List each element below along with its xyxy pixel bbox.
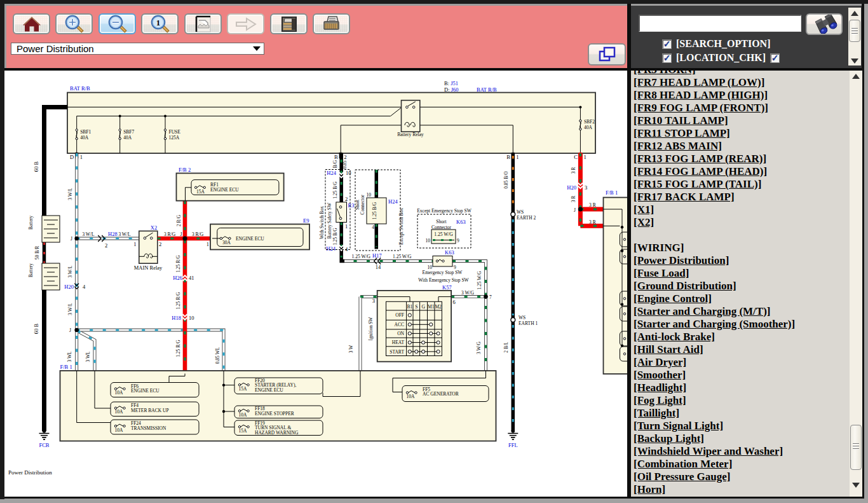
svg-text:40A: 40A [80,135,89,141]
svg-text:2: 2 [344,154,346,160]
svg-text:3 R: 3 R [571,196,576,203]
svg-text:R3: R3 [348,202,355,209]
svg-text:14: 14 [376,264,381,270]
svg-text:3: 3 [372,298,375,304]
svg-text:X2: X2 [151,224,157,231]
svg-text:Power Distribution: Power Distribution [8,469,52,476]
svg-text:10: 10 [367,192,372,198]
svg-text:50 B/R: 50 B/R [34,246,40,259]
svg-text:B: J51: B: J51 [444,80,458,86]
svg-text:10: 10 [426,238,431,244]
svg-text:H18: H18 [172,315,181,321]
svg-text:EARTH 1: EARTH 1 [519,320,538,326]
svg-text:EARTH 2: EARTH 2 [517,215,536,221]
svg-text:10: 10 [189,315,194,321]
svg-text:H26: H26 [173,275,182,281]
svg-text:F/B 2: F/B 2 [179,167,191,173]
svg-text:3 R: 3 R [589,219,596,225]
svg-text:C: C [574,154,578,160]
svg-text:10A: 10A [115,390,124,396]
svg-text:3 WL: 3 WL [67,351,72,362]
svg-text:9: 9 [457,238,459,244]
svg-text:WS: WS [517,209,524,215]
svg-text:J: J [180,231,182,237]
svg-text:SBF7: SBF7 [123,129,134,135]
svg-text:Battery Relay: Battery Relay [397,132,424,137]
svg-text:0.85 B/O: 0.85 B/O [503,171,509,189]
svg-text:ON: ON [397,331,404,336]
svg-text:F/B 1: F/B 1 [60,364,72,370]
svg-text:Connector: Connector [431,224,452,230]
svg-text:D: D [70,154,74,160]
svg-text:ACC: ACC [395,322,404,327]
svg-text:4: 4 [372,224,374,230]
svg-text:H20: H20 [64,284,74,290]
svg-text:3 W/L: 3 W/L [82,231,95,237]
svg-text:1.25 R/G: 1.25 R/G [175,292,181,310]
svg-text:FFL: FFL [508,442,518,448]
svg-text:10A: 10A [407,394,416,399]
svg-text:15A: 15A [239,386,248,392]
svg-text:K63: K63 [456,219,466,225]
svg-text:H24: H24 [327,170,336,176]
svg-text:1.25 R/G: 1.25 R/G [175,255,181,273]
svg-text:10A: 10A [115,409,124,415]
svg-text:FUSE: FUSE [169,129,181,135]
svg-text:15A: 15A [196,189,205,195]
svg-text:2: 2 [159,241,161,247]
svg-text:J: J [69,327,71,333]
svg-text:Except Emergency Stop SW: Except Emergency Stop SW [417,208,471,214]
svg-text:3 W/L: 3 W/L [67,303,73,315]
svg-text:J: J [574,207,576,213]
svg-text:M2: M2 [435,304,442,310]
svg-text:SBF1: SBF1 [80,129,91,135]
svg-text:AC GENERATOR: AC GENERATOR [423,391,459,397]
svg-text:3 W/G: 3 W/G [461,290,475,296]
svg-text:SBF2: SBF2 [584,119,595,125]
svg-text:HAZARD WARNING: HAZARD WARNING [255,430,299,436]
svg-text:ENGINE ECU: ENGINE ECU [131,388,159,394]
svg-text:TRANSMISSION: TRANSMISSION [131,425,166,431]
svg-text:With Emergency Stop SW: With Emergency Stop SW [418,277,469,283]
svg-text:K57: K57 [442,284,452,291]
svg-text:2 B/L: 2 B/L [503,341,509,353]
svg-text:125A: 125A [169,135,180,141]
svg-text:J: J [71,236,72,242]
svg-text:0.85: 0.85 [342,160,348,169]
svg-text:1: 1 [156,17,160,27]
svg-text:B: B [506,154,510,160]
svg-text:Except Switch Box: Except Switch Box [398,208,404,245]
svg-text:1.25 B/G: 1.25 B/G [332,228,338,245]
svg-text:ENGINE ECU: ENGINE ECU [236,236,264,242]
svg-text:3 R: 3 R [589,202,596,208]
svg-text:3 R/G: 3 R/G [192,231,204,237]
svg-text:B1: B1 [407,304,412,310]
svg-text:WS: WS [519,315,526,320]
svg-text:ENGINE ECU: ENGINE ECU [210,187,239,193]
svg-text:2 R/G: 2 R/G [176,214,182,226]
svg-text:F/B 1: F/B 1 [606,189,618,196]
svg-text:3 W/G: 3 W/G [476,341,482,354]
svg-text:METER BACK UP: METER BACK UP [131,408,169,413]
svg-text:3 R/G: 3 R/G [164,231,176,237]
svg-text:S: S [415,304,417,310]
svg-text:M1: M1 [428,304,435,310]
svg-text:START: START [390,349,404,355]
svg-text:BAT R/B: BAT R/B [70,85,90,92]
svg-text:Battery: Battery [28,263,34,277]
svg-text:1.25 W/G: 1.25 W/G [352,254,371,259]
svg-text:1.25 W/G: 1.25 W/G [434,231,453,237]
svg-text:0.85 WL: 0.85 WL [215,347,220,364]
svg-text:15A: 15A [239,428,248,434]
svg-text:1: 1 [133,241,136,247]
svg-text:H28: H28 [108,231,118,237]
svg-text:1.25 W/G: 1.25 W/G [393,254,412,259]
svg-text:60 B: 60 B [33,324,39,334]
svg-text:MAIN Relay: MAIN Relay [134,265,163,271]
svg-text:E9: E9 [303,217,309,224]
svg-text:2: 2 [105,242,107,249]
svg-text:H24: H24 [388,198,398,205]
svg-text:Emergency Stop SW: Emergency Stop SW [423,270,463,275]
svg-text:1.25 B/G: 1.25 B/G [332,181,338,199]
svg-text:1.25 W/G: 1.25 W/G [477,271,482,290]
